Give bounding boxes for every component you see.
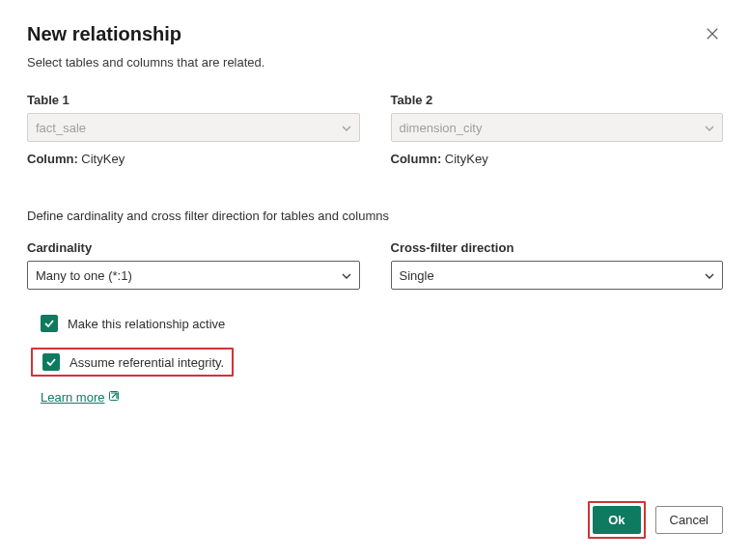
dialog-subtitle: Select tables and columns that are relat… [27,55,723,70]
check-icon [43,318,55,329]
make-active-label: Make this relationship active [68,317,225,331]
table1-value: fact_sale [36,121,86,135]
ok-highlight: Ok [588,501,645,539]
chevron-down-icon [342,123,351,133]
section-description: Define cardinality and cross filter dire… [27,209,723,223]
table2-column-info: Column: CityKey [391,152,724,166]
table2-value: dimension_city [400,121,483,135]
chevron-down-icon [705,123,714,133]
crossfilter-select[interactable]: Single [391,261,724,290]
external-link-icon [108,390,120,405]
table2-select: dimension_city [391,113,724,142]
table1-label: Table 1 [27,93,360,107]
referential-integrity-label: Assume referential integrity. [69,355,224,370]
check-icon [45,356,57,368]
learn-more-link[interactable]: Learn more [41,390,120,405]
cardinality-select[interactable]: Many to one (*:1) [27,261,360,290]
crossfilter-label: Cross-filter direction [391,240,724,255]
dialog-title: New relationship [27,23,181,45]
cancel-button[interactable]: Cancel [655,506,723,534]
close-icon [706,27,719,43]
referential-integrity-checkbox[interactable] [42,353,60,371]
chevron-down-icon [705,270,714,281]
chevron-down-icon [342,270,351,281]
table2-label: Table 2 [391,93,724,107]
close-button[interactable] [702,23,723,47]
crossfilter-value: Single [400,268,434,283]
table1-column-info: Column: CityKey [27,152,360,166]
cardinality-value: Many to one (*:1) [36,268,132,283]
cardinality-label: Cardinality [27,240,360,255]
table1-select: fact_sale [27,113,360,142]
ok-button[interactable]: Ok [593,506,640,534]
integrity-highlight: Assume referential integrity. [31,348,234,377]
make-active-checkbox[interactable] [41,315,58,332]
